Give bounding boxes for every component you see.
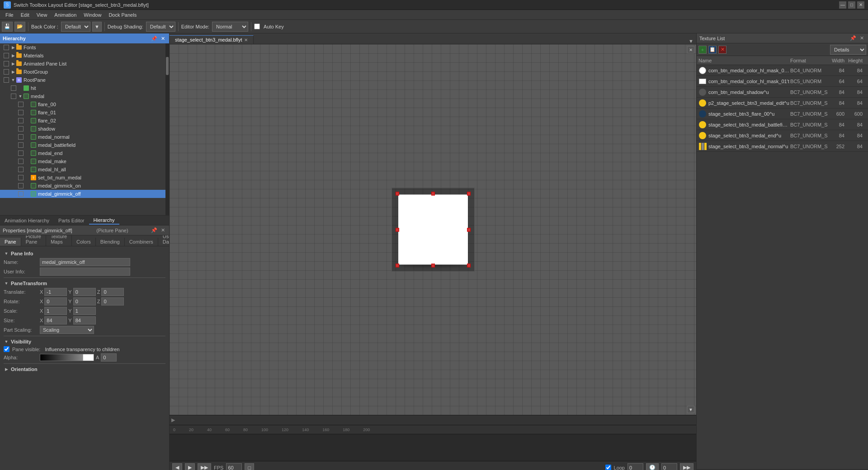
section-pane-transform[interactable]: ▼ PaneTransform [4,281,165,286]
timeline-next-button[interactable]: ▶▶ [198,463,211,470]
tree-item-medal-gimmick-on[interactable]: ▶ medal_gimmick_on [0,182,165,190]
save-button[interactable]: 💾 [2,22,13,32]
fps-input[interactable] [226,463,242,470]
tree-item-materials[interactable]: ▶ Materials [0,52,165,60]
tree-item-flare02[interactable]: ▶ flare_02 [0,117,165,125]
tree-item-medal-battlefield[interactable]: ▶ medal_battlefield [0,141,165,149]
prop-rotate-z-input[interactable] [101,297,124,306]
prop-translate-x-input[interactable] [44,288,67,296]
back-color-select[interactable]: Default [61,22,90,32]
vis-checkbox-medal-normal[interactable] [18,134,24,140]
debug-shading-select[interactable]: Default [146,22,175,32]
menu-dock-panels[interactable]: Dock Panels [105,11,140,19]
prop-scale-y-input[interactable] [73,307,96,315]
texture-add-button[interactable]: + [698,46,707,54]
menu-file[interactable]: File [2,11,17,19]
hierarchy-pin-button[interactable]: 📌 [150,36,159,42]
tree-item-set-txt-num-medal[interactable]: ▶ T set_txt_num_medal [0,174,165,182]
texture-filter-select[interactable]: Details [830,45,866,55]
tree-item-medal-make[interactable]: ▶ medal_make [0,157,165,165]
vis-checkbox-medal[interactable] [11,94,16,99]
texture-row-0[interactable]: com_btn_medal_color_hl_mask_00's BC4_UNO… [697,65,868,76]
tree-item-shadow[interactable]: ▶ shadow [0,125,165,133]
handle-br[interactable] [467,264,471,268]
menu-view[interactable]: View [33,11,51,19]
back-color-button[interactable]: ▼ [92,22,102,32]
timeline-expand-button[interactable]: □ [245,463,254,470]
timeline-fullscreen-button[interactable]: ▶▶ [680,463,693,470]
open-button[interactable]: 📂 [14,22,25,32]
vis-checkbox-fonts[interactable] [4,45,9,50]
prop-scale-x-input[interactable] [44,307,67,315]
handle-bl[interactable] [396,264,399,268]
tree-item-rootgroup[interactable]: ▶ RootGroup [0,68,165,76]
tree-item-flare01[interactable]: ▶ flare_01 [0,108,165,117]
texture-row-1[interactable]: com_btn_medal_color_hl_mask_01't BC5_UNO… [697,76,868,87]
texture-delete-button[interactable]: ✕ [718,46,726,54]
properties-close-button[interactable]: ✕ [160,227,166,233]
ptab-pane[interactable]: Pane [0,238,21,246]
toggle-fonts[interactable]: ▶ [10,45,16,50]
prop-part-scaling-select[interactable]: Scaling [40,326,94,334]
ptab-user-data[interactable]: User Data [158,235,169,246]
vis-checkbox-medal-make[interactable] [18,159,24,164]
texture-row-6[interactable]: stage_select_btn3_medal_end^u BC7_UNORM_… [697,130,868,141]
tree-item-medal-normal[interactable]: ▶ medal_normal [0,133,165,141]
ptab-colors[interactable]: Colors [72,238,96,246]
texture-pin-button[interactable]: 📌 [849,35,858,41]
texture-row-5[interactable]: stage_select_btn3_medal_battlefield^u BC… [697,119,868,130]
tree-item-flare00[interactable]: ▶ flare_00 [0,100,165,108]
auto-key-checkbox[interactable] [254,24,260,29]
file-tab-main[interactable]: stage_select_btn3_medal.bflyt ✕ [170,35,254,44]
texture-row-4[interactable]: stage_select_btn3_flare_00^u BC7_UNORM_S… [697,108,868,119]
vis-checkbox-materials[interactable] [4,53,9,58]
section-pane-info[interactable]: ▼ Pane Info [4,251,165,256]
ptab-blending[interactable]: Blending [96,238,125,246]
loop-checkbox[interactable] [605,465,611,470]
menu-edit[interactable]: Edit [17,11,33,19]
vis-checkbox-medal-gimmick-on[interactable] [18,183,24,188]
prop-name-input[interactable] [40,258,130,266]
minimize-button[interactable]: — [839,1,846,9]
hierarchy-close-button[interactable]: ✕ [160,36,166,42]
prop-userinfo-input[interactable] [40,268,130,276]
vis-checkbox-set-txt-num-medal[interactable] [18,175,24,180]
tab-arrow[interactable]: ▼ [686,38,696,44]
handle-bc[interactable] [431,264,435,268]
prop-rotate-y-input[interactable] [73,297,96,306]
timeline-play-button[interactable]: ▶ [185,463,195,470]
hierarchy-scrollbar[interactable] [165,43,169,215]
prop-size-y-input[interactable] [73,316,96,324]
toggle-medal[interactable]: ▼ [18,94,23,99]
section-visibility[interactable]: ▼ Visibility [4,339,165,344]
tree-item-medal-hl-all[interactable]: ▶ medal_hl_all [0,165,165,174]
handle-ml[interactable] [396,228,399,231]
tab-hierarchy[interactable]: Hierarchy [89,216,119,225]
tab-animation-hierarchy[interactable]: Animation Hierarchy [0,217,54,224]
vis-checkbox-medal-hl-all[interactable] [18,167,24,172]
texture-close-button[interactable]: ✕ [859,35,865,41]
tree-item-medal[interactable]: ▼ medal [0,92,165,100]
prop-translate-z-input[interactable] [101,288,124,296]
frame-input[interactable] [661,463,677,470]
tree-item-hit[interactable]: ▶ hit [0,84,165,92]
vis-checkbox-rootpane[interactable] [4,77,9,83]
vis-checkbox-animated[interactable] [4,61,9,66]
properties-pin-button[interactable]: 📌 [150,227,159,233]
vis-checkbox-flare01[interactable] [18,110,24,115]
pane-visible-checkbox[interactable] [4,346,9,352]
tree-item-medal-gimmick-off[interactable]: ▶ medal_gimmick_off [0,190,165,198]
handle-mr[interactable] [467,228,471,231]
handle-tc[interactable] [431,192,435,196]
alpha-input[interactable] [101,353,117,362]
ptab-combiners[interactable]: Combiners [125,238,158,246]
menu-animation[interactable]: Animation [51,11,80,19]
timeline-clock-button[interactable]: 🕐 [646,463,659,470]
canvas-close-button[interactable]: ✕ [687,46,694,53]
vis-checkbox-medal-end[interactable] [18,150,24,156]
toggle-rootgroup[interactable]: ▶ [10,69,16,75]
texture-copy-button[interactable]: 📋 [708,46,717,54]
prop-translate-y-input[interactable] [73,288,96,296]
tree-item-rootpane[interactable]: ▼ R RootPane [0,76,165,84]
timeline-prev-button[interactable]: ◀ [172,463,182,470]
